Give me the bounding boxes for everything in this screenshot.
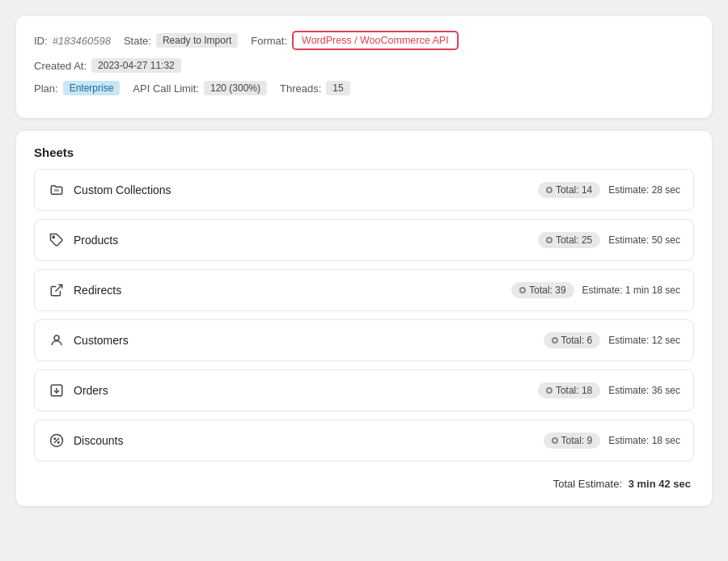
sheet-icon xyxy=(48,231,66,249)
sheet-item: Orders Total: 18 Estimate: 36 sec xyxy=(34,369,694,411)
svg-point-3 xyxy=(54,335,59,340)
sheet-item: Custom Collections Total: 14 Estimate: 2… xyxy=(34,169,694,211)
sheet-right: Total: 25 Estimate: 50 sec xyxy=(538,232,680,248)
sheet-right: Total: 6 Estimate: 12 sec xyxy=(544,332,680,348)
total-dot xyxy=(546,237,552,243)
plan-label: Plan: xyxy=(34,82,58,95)
estimate-text: Estimate: 28 sec xyxy=(608,184,680,196)
sheet-left: Orders xyxy=(48,382,108,399)
sheet-name: Redirects xyxy=(74,284,121,297)
sheet-item: Customers Total: 6 Estimate: 12 sec xyxy=(34,319,694,361)
sheet-icon xyxy=(48,432,66,449)
sheet-name: Customers xyxy=(74,334,129,347)
plan-badge: Enterprise xyxy=(63,81,121,95)
sheet-icon xyxy=(48,181,66,199)
sheet-item: Redirects Total: 39 Estimate: 1 min 18 s… xyxy=(34,269,694,311)
total-badge: Total: 6 xyxy=(544,332,601,348)
sheet-right: Total: 18 Estimate: 36 sec xyxy=(538,382,680,399)
total-badge: Total: 14 xyxy=(538,182,600,198)
sheets-title: Sheets xyxy=(34,146,694,159)
estimate-text: Estimate: 18 sec xyxy=(608,435,680,446)
sheet-left: Discounts xyxy=(48,432,123,449)
info-row-2: Created At: 2023-04-27 11:32 xyxy=(34,58,694,73)
threads-badge: 15 xyxy=(326,81,349,95)
total-badge: Total: 39 xyxy=(511,282,574,298)
total-dot xyxy=(552,337,558,344)
total-dot xyxy=(546,187,552,193)
state-badge: Ready to Import xyxy=(156,33,238,48)
id-label: ID: xyxy=(34,35,48,47)
sheet-left: Products xyxy=(48,231,118,249)
format-label: Format: xyxy=(251,35,287,47)
sheet-left: Redirects xyxy=(48,281,121,299)
estimate-text: Estimate: 12 sec xyxy=(608,335,680,346)
total-estimate-label: Total Estimate: xyxy=(553,478,622,490)
sheet-icon xyxy=(48,281,66,299)
estimate-text: Estimate: 50 sec xyxy=(608,234,680,246)
total-dot xyxy=(552,437,558,444)
api-badge: 120 (300%) xyxy=(204,81,267,95)
info-row-3: Plan: Enterprise API Call Limit: 120 (30… xyxy=(34,81,694,95)
svg-rect-0 xyxy=(54,189,59,192)
sheet-icon xyxy=(48,382,66,399)
total-dot xyxy=(546,387,552,394)
svg-point-1 xyxy=(53,236,54,238)
total-badge: Total: 9 xyxy=(544,432,601,449)
sheet-name: Discounts xyxy=(74,434,123,447)
sheet-name: Products xyxy=(74,234,118,247)
estimate-text: Estimate: 1 min 18 sec xyxy=(582,285,680,296)
format-badge: WordPress / WooCommerce API xyxy=(292,31,459,50)
sheet-name: Orders xyxy=(74,384,108,397)
total-badge: Total: 25 xyxy=(538,232,600,248)
threads-label: Threads: xyxy=(280,82,321,95)
svg-point-9 xyxy=(58,442,60,444)
sheet-right: Total: 9 Estimate: 18 sec xyxy=(544,432,680,449)
sheet-right: Total: 14 Estimate: 28 sec xyxy=(538,182,680,198)
svg-line-2 xyxy=(56,285,62,291)
sheets-card: Sheets Custom Collections Total: 14 Esti… xyxy=(16,131,712,506)
created-label: Created At: xyxy=(34,60,87,72)
svg-point-8 xyxy=(54,438,56,440)
info-row-1: ID: #183460598 State: Ready to Import Fo… xyxy=(34,31,694,50)
sheet-item: Discounts Total: 9 Estimate: 18 sec xyxy=(34,420,694,462)
sheet-left: Customers xyxy=(48,331,129,349)
total-estimate-row: Total Estimate: 3 min 42 sec xyxy=(34,470,694,491)
total-estimate-value: 3 min 42 sec xyxy=(629,478,691,490)
sheet-right: Total: 39 Estimate: 1 min 18 sec xyxy=(511,282,680,298)
created-value: 2023-04-27 11:32 xyxy=(91,58,181,73)
sheet-name: Custom Collections xyxy=(74,183,171,196)
estimate-text: Estimate: 36 sec xyxy=(608,385,680,396)
id-value: #183460598 xyxy=(53,35,111,47)
total-badge: Total: 18 xyxy=(538,382,600,399)
sheet-item: Products Total: 25 Estimate: 50 sec xyxy=(34,219,694,261)
state-label: State: xyxy=(124,35,151,47)
info-card: ID: #183460598 State: Ready to Import Fo… xyxy=(16,16,712,118)
sheet-left: Custom Collections xyxy=(48,181,171,199)
sheets-list: Custom Collections Total: 14 Estimate: 2… xyxy=(34,169,694,462)
api-label: API Call Limit: xyxy=(133,82,199,95)
total-dot xyxy=(519,287,526,293)
sheet-icon xyxy=(48,331,66,349)
